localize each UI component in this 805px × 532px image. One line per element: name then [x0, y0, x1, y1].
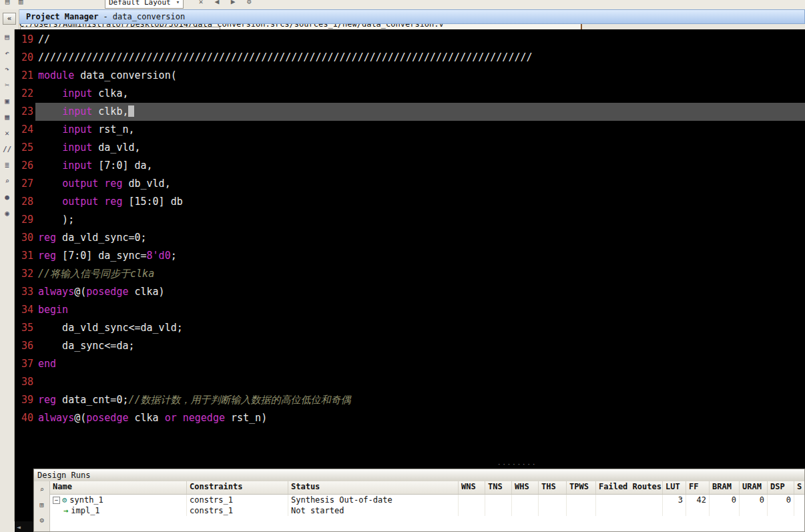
line-number: 25: [15, 139, 35, 157]
cell-dsp: [768, 505, 794, 516]
code-line-text: input rst_n,: [35, 121, 805, 139]
code-editor[interactable]: 19//20//////////////////////////////////…: [15, 29, 805, 521]
code-line[interactable]: 40always@(posedge clka or negedge rst_n): [15, 409, 805, 427]
column-header-constraints[interactable]: Constraints: [187, 481, 288, 494]
code-line-text: da_vld_sync<=da_vld;: [35, 319, 805, 337]
copy-icon[interactable]: ▣: [2, 96, 13, 107]
expand-all-icon[interactable]: ⊞: [36, 499, 47, 511]
line-number: 29: [15, 211, 35, 229]
splitter-handle[interactable]: ········: [497, 461, 537, 468]
column-header-wns[interactable]: WNS: [459, 481, 485, 494]
design-runs-title: Design Runs: [37, 471, 801, 480]
layout-selector[interactable]: Default Layout ▾: [105, 0, 184, 9]
search-icon[interactable]: ⌕: [36, 484, 47, 495]
page-title: Project Manager: [26, 12, 98, 21]
settings-icon[interactable]: ⚙: [36, 515, 47, 526]
column-header-ff[interactable]: FF: [686, 481, 710, 494]
column-header-failed-routes[interactable]: Failed Routes: [596, 481, 663, 494]
column-header-tpws[interactable]: TPWS: [567, 481, 596, 494]
code-line[interactable]: 32//将输入信号同步于clka: [15, 265, 805, 283]
collapse-panel-button[interactable]: «: [3, 13, 16, 25]
line-number: 20: [15, 49, 35, 67]
code-line[interactable]: 36 da_sync<=da;: [15, 337, 805, 355]
code-line[interactable]: 39reg data_cnt=0;//数据计数，用于判断输入数据的高位低位和奇偶: [15, 391, 805, 409]
cell-ths: [539, 495, 567, 505]
column-header-bram[interactable]: BRAM: [710, 481, 740, 494]
code-line[interactable]: 21module data_conversion(: [15, 67, 805, 85]
code-line[interactable]: 20//////////////////////////////////////…: [15, 49, 805, 67]
find-icon[interactable]: ⌕: [2, 176, 13, 187]
cut-icon[interactable]: ✂: [2, 80, 13, 91]
column-header-uram[interactable]: URAM: [740, 481, 768, 494]
column-header-s[interactable]: S: [794, 481, 804, 494]
code-line[interactable]: 29 );: [15, 211, 805, 229]
column-header-status[interactable]: Status: [288, 481, 459, 494]
scroll-left-icon[interactable]: ◄: [17, 523, 21, 531]
code-line[interactable]: 31reg [7:0] da_sync=8'd0;: [15, 247, 805, 265]
code-line[interactable]: 33always@(posedge clka): [15, 283, 805, 301]
cell-lut: [663, 505, 686, 516]
next-icon[interactable]: ▶: [228, 0, 238, 7]
layout-selector-value: Default Layout: [109, 0, 171, 7]
cell-s: [794, 495, 804, 505]
code-line[interactable]: 28 output reg [15:0] db: [15, 193, 805, 211]
previous-icon[interactable]: ◀: [212, 0, 222, 7]
cell-failed-routes: [596, 495, 663, 505]
code-line[interactable]: 24 input rst_n,: [15, 121, 805, 139]
code-line[interactable]: 34begin: [15, 301, 805, 319]
cell-whs: [512, 495, 539, 505]
cell-ff: [686, 505, 710, 516]
code-line-text: always@(posedge clka): [35, 283, 805, 301]
code-line[interactable]: 35 da_vld_sync<=da_vld;: [15, 319, 805, 337]
code-line[interactable]: 38: [15, 373, 805, 391]
code-line[interactable]: 26 input [7:0] da,: [15, 157, 805, 175]
cell-whs: [512, 505, 539, 516]
design-runs-body: −⚙synth_1constrs_1Synthesis Out-of-date3…: [50, 495, 804, 516]
column-header-dsp[interactable]: DSP: [768, 481, 794, 494]
settings-icon[interactable]: ⚙: [244, 0, 254, 7]
code-line-text: reg [7:0] da_sync=8'd0;: [35, 247, 805, 265]
design-runs-header: NameConstraintsStatusWNSTNSWHSTHSTPWSFai…: [50, 481, 804, 495]
implementation-run-icon: →: [63, 505, 68, 516]
column-header-name[interactable]: Name: [50, 481, 187, 494]
line-number: 33: [15, 283, 35, 301]
cell-bram: [710, 505, 740, 516]
code-line-text: //: [35, 31, 805, 49]
code-line-text: end: [35, 355, 805, 373]
save-icon[interactable]: ▤: [2, 32, 13, 43]
code-line[interactable]: 37end: [15, 355, 805, 373]
cell-s: [794, 505, 804, 516]
code-line[interactable]: 27 output reg db_vld,: [15, 175, 805, 193]
column-header-tns[interactable]: TNS: [485, 481, 512, 494]
dark-bulb-icon[interactable]: ◉: [2, 208, 13, 219]
open-file-icon[interactable]: ▥: [15, 0, 26, 7]
design-run-row[interactable]: →impl_1constrs_1Not started: [50, 505, 804, 516]
tree-expander-icon[interactable]: −: [53, 497, 60, 504]
light-bulb-icon[interactable]: ●: [2, 192, 13, 203]
undo-icon[interactable]: ↶: [2, 48, 13, 59]
line-numbers-icon[interactable]: ≣: [2, 160, 13, 171]
line-number: 40: [15, 409, 35, 427]
comment-icon[interactable]: //: [2, 144, 13, 155]
column-header-whs[interactable]: WHS: [512, 481, 539, 494]
column-header-ths[interactable]: THS: [539, 481, 567, 494]
design-run-row[interactable]: −⚙synth_1constrs_1Synthesis Out-of-date3…: [50, 495, 804, 505]
code-line-text: [35, 373, 805, 391]
cell-uram: [740, 505, 768, 516]
close-window-icon[interactable]: ✕: [196, 0, 206, 7]
code-line[interactable]: 25 input da_vld,: [15, 139, 805, 157]
redo-icon[interactable]: ↷: [2, 64, 13, 75]
delete-icon[interactable]: ✕: [2, 128, 13, 139]
cell-wns: [459, 495, 485, 505]
code-line[interactable]: 30reg da_vld_sync=0;: [15, 229, 805, 247]
code-line[interactable]: 23 input clkb,: [15, 103, 805, 121]
new-file-icon[interactable]: ▤: [2, 0, 13, 7]
code-line[interactable]: 19//: [15, 31, 805, 49]
cell-uram: 0: [740, 495, 768, 505]
column-header-lut[interactable]: LUT: [663, 481, 686, 494]
cell-status: Not started: [288, 505, 459, 516]
code-line[interactable]: 22 input clka,: [15, 85, 805, 103]
paste-icon[interactable]: ▦: [2, 112, 13, 123]
design-runs-titlebar: Design Runs: [34, 469, 804, 482]
line-number: 26: [15, 157, 35, 175]
